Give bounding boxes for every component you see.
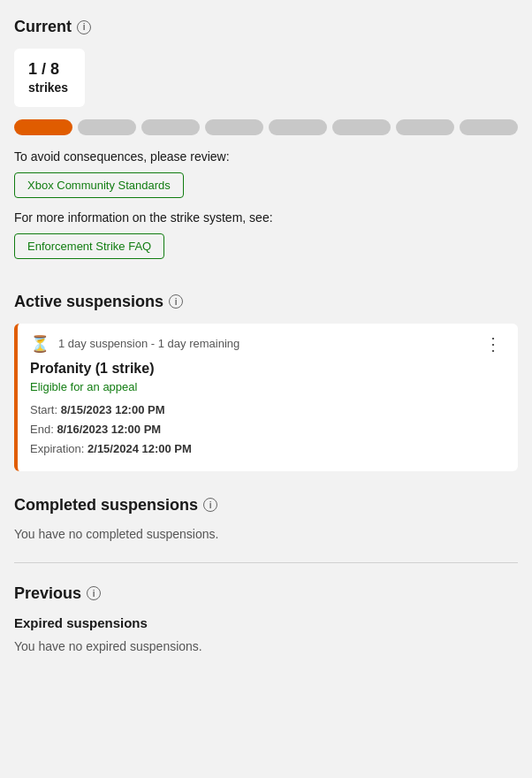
appeal-text: Eligible for an appeal	[30, 380, 505, 393]
active-suspensions-title-text: Active suspensions	[14, 293, 163, 311]
completed-suspensions-empty: You have no completed suspensions.	[14, 527, 518, 541]
end-label: End:	[30, 423, 54, 436]
active-suspensions-title: Active suspensions i	[14, 293, 518, 311]
hourglass-icon: ⏳	[30, 334, 49, 354]
strike-segment-4	[205, 119, 263, 135]
strike-segment-7	[396, 119, 454, 135]
suspension-card: ⏳ 1 day suspension - 1 day remaining ⋮ P…	[14, 324, 518, 471]
suspension-expiration: Expiration: 2/15/2024 12:00 PM	[30, 439, 505, 459]
expiration-label: Expiration:	[30, 442, 84, 455]
expired-suspensions-empty: You have no expired suspensions.	[14, 639, 518, 653]
expiration-value: 2/15/2024 12:00 PM	[87, 442, 192, 455]
suspension-more-options[interactable]: ⋮	[481, 335, 505, 353]
previous-title: Previous i	[14, 584, 518, 603]
strike-segment-3	[141, 119, 200, 135]
strikes-bar	[14, 119, 518, 135]
start-label: Start:	[30, 403, 57, 416]
start-value: 8/15/2023 12:00 PM	[61, 403, 165, 416]
completed-suspensions-section: Completed suspensions i You have no comp…	[14, 496, 518, 541]
suspension-start: Start: 8/15/2023 12:00 PM	[30, 400, 505, 420]
suspension-card-header: ⏳ 1 day suspension - 1 day remaining ⋮	[30, 334, 505, 354]
strike-segment-8	[460, 119, 518, 135]
completed-suspensions-title-text: Completed suspensions	[14, 496, 198, 515]
active-suspensions-info-icon[interactable]: i	[169, 294, 183, 309]
active-suspensions-section: Active suspensions i ⏳ 1 day suspension …	[14, 293, 518, 471]
completed-suspensions-title: Completed suspensions i	[14, 496, 518, 515]
current-info-icon[interactable]: i	[77, 20, 91, 34]
more-info-text: For more information on the strike syste…	[14, 210, 518, 225]
strikes-fraction: 1 / 8	[28, 59, 71, 80]
enforcement-faq-button[interactable]: Enforcement Strike FAQ	[14, 233, 164, 259]
current-title-text: Current	[14, 18, 72, 36]
strikes-label: strikes	[28, 80, 71, 95]
suspension-end: End: 8/16/2023 12:00 PM	[30, 420, 505, 439]
strike-segment-2	[78, 119, 136, 135]
strike-segment-6	[332, 119, 391, 135]
previous-section: Previous i Expired suspensions You have …	[14, 584, 518, 653]
strike-segment-5	[269, 119, 327, 135]
review-prompt: To avoid consequences, please review:	[14, 149, 518, 164]
suspension-title: Profanity (1 strike)	[30, 361, 505, 377]
strikes-box: 1 / 8 strikes	[14, 49, 85, 107]
current-title: Current i	[14, 18, 518, 36]
community-standards-button[interactable]: Xbox Community Standards	[14, 172, 184, 198]
previous-title-text: Previous	[14, 584, 81, 603]
suspension-duration: 1 day suspension - 1 day remaining	[58, 337, 239, 350]
current-section: Current i 1 / 8 strikes To avoid consequ…	[14, 18, 518, 271]
end-value: 8/16/2023 12:00 PM	[57, 423, 161, 436]
expired-suspensions-label: Expired suspensions	[14, 615, 518, 630]
completed-suspensions-info-icon[interactable]: i	[203, 498, 217, 512]
suspension-card-header-left: ⏳ 1 day suspension - 1 day remaining	[30, 334, 239, 354]
suspension-dates: Start: 8/15/2023 12:00 PM End: 8/16/2023…	[30, 400, 505, 459]
section-divider	[14, 562, 518, 563]
previous-info-icon[interactable]: i	[87, 586, 101, 600]
strike-segment-1	[14, 119, 72, 135]
